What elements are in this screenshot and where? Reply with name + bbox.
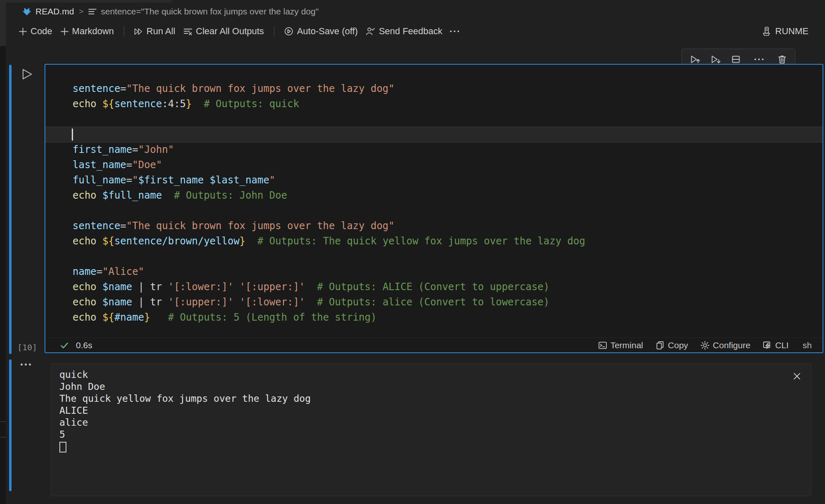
send-feedback-button[interactable]: Send Feedback [362, 24, 446, 39]
toolbar-divider [274, 26, 274, 37]
clear-all-outputs-icon [184, 27, 192, 36]
clear-all-outputs-button[interactable]: Clear All Outputs [179, 24, 268, 39]
output-line: John Doe [59, 381, 786, 393]
code-line: echo $name | tr '[:lower:]' '[:upper:]' … [45, 279, 823, 295]
code-cell: sentence="The quick brown fox jumps over… [45, 64, 823, 353]
cell-focus-bar [9, 65, 12, 354]
terminal-icon [598, 341, 607, 350]
output-line: 5 [59, 429, 786, 441]
code-line: sentence="The quick brown fox jumps over… [45, 218, 823, 234]
execute-cell-and-below-button[interactable] [711, 54, 721, 64]
runme-label: RUNME [775, 26, 808, 37]
code-line: full_name="$first_name $last_name" [45, 173, 823, 188]
breadcrumb-file[interactable]: READ.md [35, 7, 74, 16]
text-cursor [72, 129, 73, 141]
plus-icon [61, 28, 68, 35]
auto-save-icon [284, 27, 293, 36]
breadcrumb-separator: > [78, 7, 84, 16]
code-line: echo ${sentence/brown/yellow} # Outputs:… [45, 234, 823, 249]
left-edge-strip [0, 0, 6, 504]
run-all-button[interactable]: Run All [130, 24, 179, 39]
add-code-label: Code [31, 26, 52, 37]
run-cell-button[interactable] [21, 68, 33, 81]
code-editor[interactable]: sentence="The quick brown fox jumps over… [45, 65, 823, 338]
list-selection-icon [88, 7, 97, 16]
clear-all-outputs-label: Clear All Outputs [196, 26, 264, 37]
auto-save-label: Auto-Save (off) [297, 26, 358, 37]
cell-status-bar: 0.6s Terminal Copy Configure CLI [45, 338, 823, 352]
delete-cell-button[interactable] [778, 55, 787, 64]
configure-label: Configure [713, 340, 750, 350]
cell-more-actions-button[interactable] [751, 59, 767, 60]
code-line: name="Alice" [45, 264, 823, 279]
copy-label: Copy [668, 340, 688, 350]
add-markdown-label: Markdown [72, 26, 114, 37]
run-all-icon [134, 27, 143, 36]
runme-button[interactable]: RUNME [757, 24, 813, 39]
code-line [45, 127, 823, 142]
output-line: quick [59, 369, 786, 381]
configure-action[interactable]: Configure [700, 340, 750, 350]
plus-icon [19, 28, 27, 35]
output-lines: quickJohn DoeThe quick yellow fox jumps … [51, 364, 811, 455]
execution-duration: 0.6s [76, 340, 92, 350]
split-cell-button[interactable] [731, 55, 740, 64]
execute-above-cells-button[interactable] [690, 54, 700, 64]
code-line: last_name="Doe" [45, 157, 823, 173]
cell-output: quickJohn DoeThe quick yellow fox jumps … [51, 363, 811, 496]
terminal-action[interactable]: Terminal [598, 340, 643, 350]
gear-icon [700, 341, 710, 350]
terminal-label: Terminal [610, 340, 643, 350]
output-line: The quick yellow fox jumps over the lazy… [59, 393, 786, 405]
success-check-icon [59, 340, 69, 350]
notebook-window: READ.md > sentence="The quick brown fox … [0, 0, 825, 504]
runme-arrow-icon [22, 7, 31, 16]
terminal-cursor [59, 442, 66, 452]
left-edge-divider [0, 437, 6, 438]
output-focus-bar [9, 359, 12, 491]
left-edge-strip-top [0, 0, 6, 46]
code-line: echo $full_name # Outputs: John Doe [45, 188, 823, 203]
close-output-icon[interactable] [791, 370, 803, 382]
cli-label: CLI [775, 340, 789, 350]
code-line: sentence="The quick brown fox jumps over… [45, 81, 823, 96]
run-all-label: Run All [146, 26, 175, 37]
send-feedback-label: Send Feedback [379, 26, 442, 37]
copy-icon [655, 341, 665, 350]
code-line [45, 112, 823, 127]
cli-icon [763, 341, 772, 350]
runme-logo-icon [761, 26, 771, 36]
code-line [45, 249, 823, 264]
output-line: ALICE [59, 405, 786, 417]
code-line: first_name="John" [45, 142, 823, 157]
left-edge-divider [0, 421, 6, 422]
more-actions-button[interactable] [447, 30, 462, 32]
breadcrumb: READ.md > sentence="The quick brown fox … [6, 2, 825, 21]
send-feedback-icon [366, 27, 375, 36]
notebook-toolbar: Code Markdown Run All Clear All Outputs … [6, 21, 825, 42]
execution-count: [10] [17, 342, 37, 352]
code-line: echo $name | tr '[:upper:]' '[:lower:]' … [45, 295, 823, 310]
cli-action[interactable]: CLI [763, 340, 789, 350]
output-line [59, 441, 786, 455]
toolbar-divider [124, 26, 124, 37]
breadcrumb-cell-label[interactable]: sentence="The quick brown fox jumps over… [101, 7, 318, 16]
auto-save-button[interactable]: Auto-Save (off) [280, 24, 362, 39]
output-line: alice [59, 417, 786, 429]
add-markdown-button[interactable]: Markdown [57, 24, 118, 39]
code-lines: sentence="The quick brown fox jumps over… [45, 81, 823, 325]
code-line: echo ${sentence:4:5} # Outputs: quick [45, 96, 823, 112]
output-collapse-button[interactable] [18, 361, 33, 368]
code-line [45, 203, 823, 218]
add-code-button[interactable]: Code [15, 24, 57, 39]
cell-language[interactable]: sh [803, 340, 812, 350]
copy-action[interactable]: Copy [655, 340, 688, 350]
code-line: echo ${#name} # Outputs: 5 (Length of th… [45, 310, 823, 325]
